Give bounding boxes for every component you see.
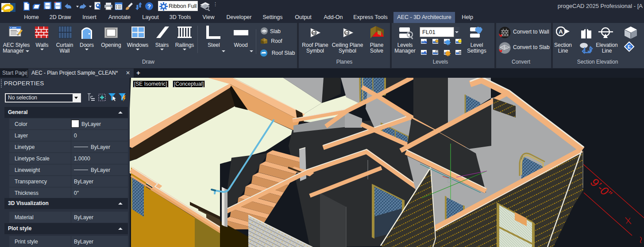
svg-text:RP: RP xyxy=(312,32,316,34)
svg-text:A: A xyxy=(559,28,563,35)
svg-text:E: E xyxy=(628,44,631,49)
svg-text:?: ? xyxy=(147,3,151,10)
svg-text:CP: CP xyxy=(345,32,349,34)
